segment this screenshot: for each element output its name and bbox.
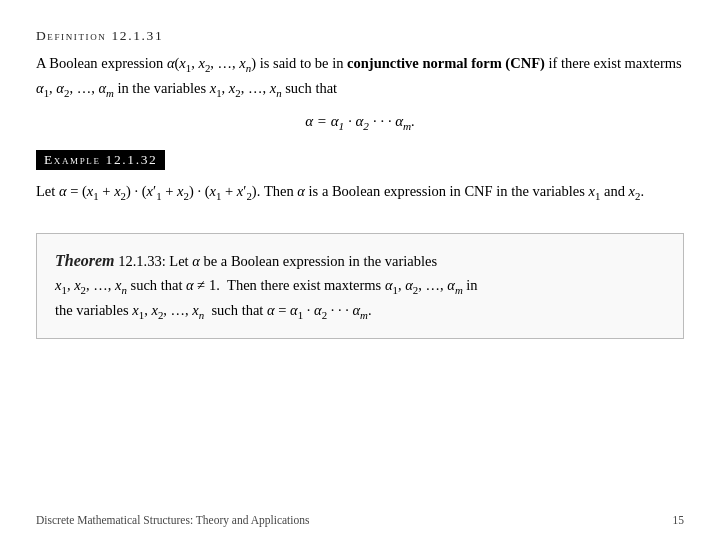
example-section: Example 12.1.32 Let α = (x1 + x2) · (x′1… (36, 150, 684, 205)
definition-body: A Boolean expression α(x1, x2, …, xn) is… (36, 52, 684, 101)
example-title: Example 12.1.32 (36, 150, 165, 170)
cnf-bold-phrase: conjunctive normal form (347, 55, 502, 71)
theorem-line2: x1, x2, …, xn such that α ≠ 1. Then ther… (55, 277, 478, 293)
theorem-section: Theorem 12.1.33: Let α be a Boolean expr… (36, 233, 684, 339)
cnf-abbrev: (CNF) (505, 55, 544, 71)
example-body: Let α = (x1 + x2) · (x′1 + x2) · (x1 + x… (36, 180, 684, 205)
page: Definition 12.1.31 A Boolean expression … (0, 0, 720, 540)
theorem-word: Theorem (55, 252, 115, 269)
footer-right: 15 (673, 514, 685, 526)
definition-section: Definition 12.1.31 A Boolean expression … (36, 28, 684, 132)
theorem-number: 12.1.33: (118, 253, 166, 269)
footer-left: Discrete Mathematical Structures: Theory… (36, 514, 309, 526)
theorem-line3: the variables x1, x2, …, xn such that α … (55, 302, 372, 318)
example-title-text: Example 12.1.32 (44, 152, 157, 167)
definition-title: Definition 12.1.31 (36, 28, 684, 44)
example-title-wrapper: Example 12.1.32 (36, 150, 684, 180)
definition-formula: α = α1 · α2 · · · αm. (36, 113, 684, 132)
theorem-intro: Let α be a Boolean expression in the var… (169, 253, 437, 269)
footer: Discrete Mathematical Structures: Theory… (36, 514, 684, 526)
